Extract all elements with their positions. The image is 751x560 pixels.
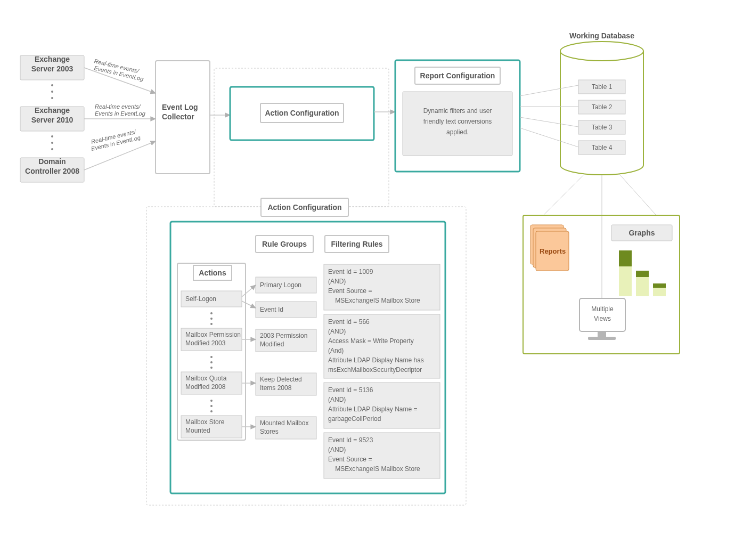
- report-config-title: Report Configuration: [420, 71, 495, 80]
- svg-point-7: [51, 142, 53, 144]
- svg-point-5: [51, 97, 53, 99]
- action-item: Mailbox Permission: [185, 331, 241, 338]
- rule-text: Event Id = 5136: [328, 386, 373, 394]
- svg-line-28: [520, 85, 578, 96]
- rule-group-item: Modified: [260, 340, 284, 348]
- svg-rect-44: [653, 283, 666, 288]
- rule-text: (AND): [328, 446, 346, 453]
- svg-rect-46: [598, 331, 606, 337]
- svg-line-31: [520, 128, 578, 147]
- report-desc: applied.: [446, 128, 469, 136]
- multiviews-label: Views: [594, 315, 611, 322]
- svg-point-53: [210, 312, 213, 314]
- svg-point-8: [51, 148, 53, 150]
- db-table: Table 1: [592, 83, 613, 91]
- svg-point-63: [210, 410, 213, 412]
- rule-group-item: Mounted Mailbox: [260, 419, 308, 427]
- svg-point-62: [210, 405, 213, 407]
- rule-text: Event Id = 1009: [328, 268, 373, 275]
- rule-group-item: Items 2008: [260, 384, 292, 392]
- rule-group-item: Event Id: [260, 306, 283, 313]
- rule-text: Access Mask = Write Property: [328, 337, 414, 345]
- rule-text: (AND): [328, 278, 346, 285]
- rule-text: MSExchangeIS Mailbox Store: [328, 297, 420, 304]
- rule-text: garbageCollPeriod: [328, 415, 381, 423]
- svg-point-6: [51, 135, 53, 137]
- rule-group-item: Keep Delected: [260, 376, 302, 383]
- reports-card: Reports: [530, 225, 569, 271]
- rule-text: (AND): [328, 328, 346, 335]
- graphs-label: Graphs: [628, 229, 655, 237]
- rule-text: Attribute LDAP Display Name has: [328, 356, 424, 364]
- rule-groups-header: Rule Groups: [262, 240, 307, 248]
- action-item: Mailbox Quota: [185, 375, 227, 382]
- rule-text: msExchMailboxSecurityDecriptor: [328, 366, 422, 374]
- edge-label: Real-time events/: [95, 103, 141, 110]
- rule-text: Event Id = 9523: [328, 436, 373, 444]
- svg-point-4: [51, 91, 53, 93]
- graphs-card: Graphs: [611, 225, 672, 296]
- svg-text:Events in EventLog: Events in EventLog: [95, 110, 146, 117]
- action-item: Modified 2003: [185, 339, 226, 347]
- rule-text: MSExchangeIS Mailbox Store: [328, 465, 420, 473]
- svg-line-34: [619, 174, 656, 215]
- svg-line-32: [543, 174, 585, 215]
- db-table: Table 2: [592, 103, 613, 111]
- action-item: Modified 2008: [185, 383, 226, 391]
- rule-text: Event Source =: [328, 287, 372, 295]
- svg-point-61: [210, 400, 213, 402]
- svg-point-54: [210, 318, 213, 320]
- source-exchange-2003: ExchangeServer 2003: [20, 55, 84, 80]
- actions-column: [177, 263, 246, 440]
- rule-text: (And): [328, 347, 344, 354]
- svg-rect-41: [636, 277, 649, 296]
- rule-text: Event Source =: [328, 456, 372, 463]
- multiple-views-card: Multiple Views: [579, 298, 625, 340]
- svg-point-58: [210, 361, 213, 363]
- svg-point-55: [210, 323, 213, 325]
- db-table: Table 4: [592, 144, 613, 151]
- reports-label: Reports: [540, 247, 566, 255]
- rule-text: (AND): [328, 396, 346, 403]
- rule-group-item: Stores: [260, 428, 279, 435]
- svg-point-3: [51, 84, 53, 86]
- svg-point-57: [210, 356, 213, 358]
- svg-rect-47: [588, 337, 616, 340]
- rule-group-item: 2003 Permission: [260, 332, 307, 339]
- action-config-summary-title: Action Configuration: [265, 109, 339, 117]
- multiviews-label: Multiple: [591, 305, 614, 313]
- svg-rect-43: [653, 288, 666, 296]
- action-item: Mailbox Store: [185, 418, 225, 426]
- report-desc: Dynamic filters and user: [423, 107, 492, 115]
- source-domain-controller: DomainController 2008: [20, 157, 84, 182]
- svg-line-30: [520, 117, 578, 127]
- source-exchange-2010: ExchangeServer 2010: [20, 106, 84, 131]
- svg-text:Real-time events/: Real-time events/: [95, 103, 141, 110]
- action-item: Mounted: [185, 427, 210, 434]
- svg-point-23: [560, 42, 643, 61]
- rule-text: Event Id = 566: [328, 318, 370, 326]
- svg-rect-39: [619, 266, 632, 296]
- svg-rect-42: [636, 271, 649, 277]
- svg-point-59: [210, 367, 213, 369]
- actions-header: Actions: [199, 269, 226, 277]
- rule-text: Attribute LDAP Display Name =: [328, 405, 418, 413]
- action-config-detail-title: Action Configuration: [267, 203, 341, 212]
- edge-label: Events in EventLog: [95, 110, 146, 117]
- svg-rect-40: [619, 250, 632, 266]
- action-item: Self-Logon: [185, 295, 216, 303]
- filtering-rules-header: Filtering Rules: [331, 240, 382, 248]
- db-table: Table 3: [592, 124, 613, 131]
- report-desc: friendly text conversions: [423, 118, 492, 125]
- rule-group-item: Primary Logon: [260, 281, 301, 289]
- database-title: Working Database: [569, 31, 634, 40]
